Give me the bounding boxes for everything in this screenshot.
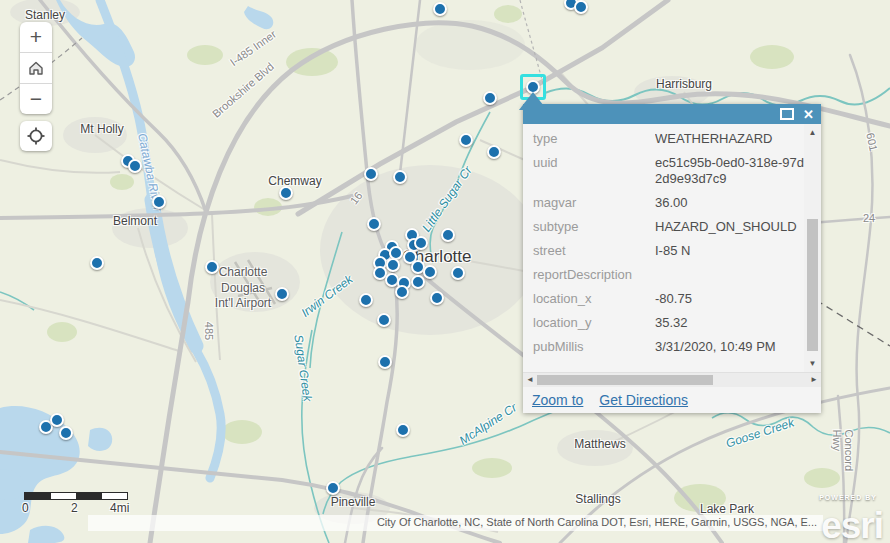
attribution-text: City Of Charlotte, NC, State of North Ca… — [88, 515, 823, 531]
hazard-marker[interactable] — [377, 313, 391, 327]
zoom-out-button[interactable]: − — [20, 84, 52, 114]
popup-body: typeWEATHERHAZARDuuidec51c95b-0ed0-318e-… — [523, 124, 821, 372]
hazard-marker[interactable] — [59, 426, 73, 440]
zoom-to-link[interactable]: Zoom to — [532, 392, 583, 408]
hazard-marker[interactable] — [378, 355, 392, 369]
field-value — [655, 267, 804, 283]
hazard-marker[interactable] — [275, 287, 289, 301]
field-label: subtype — [533, 219, 655, 235]
hazard-marker[interactable] — [574, 0, 588, 14]
field-value: 36.00 — [655, 195, 804, 211]
hazard-marker[interactable] — [423, 265, 437, 279]
zoom-control-group: + − — [20, 22, 52, 114]
scale-label-end: 4mi — [110, 501, 129, 515]
popup-field-row: typeWEATHERHAZARD — [523, 127, 804, 151]
field-value: 3/31/2020, 10:49 PM — [655, 339, 804, 355]
field-value: I-85 N — [655, 243, 804, 259]
popup-field-row: reportDescription — [523, 263, 804, 287]
hazard-marker[interactable] — [359, 293, 373, 307]
popup-header: ✕ — [523, 104, 821, 124]
horizontal-scroll-thumb[interactable] — [537, 375, 713, 385]
scroll-left-icon[interactable]: ◄ — [523, 373, 537, 387]
field-label: street — [533, 243, 655, 259]
hazard-marker[interactable] — [205, 260, 219, 274]
popup-field-row: magvar36.00 — [523, 191, 804, 215]
home-button[interactable] — [20, 53, 52, 84]
field-label: magvar — [533, 195, 655, 211]
hazard-marker[interactable] — [326, 481, 340, 495]
field-value: 35.32 — [655, 315, 804, 331]
hazard-marker[interactable] — [279, 186, 293, 200]
vertical-scroll-thumb[interactable] — [807, 219, 818, 351]
field-label: reportDescription — [533, 267, 655, 283]
scroll-right-icon[interactable]: ► — [807, 373, 821, 387]
hazard-marker[interactable] — [411, 275, 425, 289]
scale-bar: 0 2 4mi — [24, 492, 128, 514]
scale-label-mid: 2 — [71, 501, 78, 515]
get-directions-link[interactable]: Get Directions — [599, 392, 688, 408]
maximize-icon[interactable] — [780, 108, 794, 120]
hazard-marker[interactable] — [487, 145, 501, 159]
hazard-marker[interactable] — [430, 291, 444, 305]
hazard-marker[interactable] — [396, 423, 410, 437]
field-label: type — [533, 131, 655, 147]
field-label: location_x — [533, 291, 655, 307]
locate-icon — [27, 127, 45, 145]
popup-field-row: location_x-80.75 — [523, 287, 804, 311]
hazard-marker[interactable] — [441, 228, 455, 242]
field-value: WEATHERHAZARD — [655, 131, 804, 147]
popup-horizontal-scrollbar[interactable]: ◄ ► — [523, 372, 821, 387]
popup-field-row: subtypeHAZARD_ON_SHOULD — [523, 215, 804, 239]
field-value: HAZARD_ON_SHOULD — [655, 219, 804, 235]
hazard-marker[interactable] — [50, 413, 64, 427]
hazard-marker[interactable] — [451, 266, 465, 280]
popup-pointer — [519, 92, 547, 110]
feature-popup: ✕ typeWEATHERHAZARDuuidec51c95b-0ed0-318… — [523, 104, 821, 413]
powered-by-label: POWERED BY — [819, 494, 877, 501]
scroll-up-icon[interactable]: ▲ — [804, 128, 821, 137]
field-label: pubMillis — [533, 339, 655, 355]
popup-field-table: typeWEATHERHAZARDuuidec51c95b-0ed0-318e-… — [523, 127, 804, 359]
hazard-marker[interactable] — [414, 236, 428, 250]
hazard-marker[interactable] — [395, 285, 409, 299]
hazard-marker[interactable] — [483, 91, 497, 105]
hazard-marker[interactable] — [364, 167, 378, 181]
map-canvas[interactable]: StanleyMt HollyBelmontChemwayHarrisburgM… — [0, 0, 890, 543]
zoom-in-button[interactable]: + — [20, 22, 52, 53]
hazard-marker[interactable] — [433, 2, 447, 16]
home-icon — [27, 60, 45, 76]
field-label: location_y — [533, 315, 655, 331]
popup-field-row: pubMillis3/31/2020, 10:49 PM — [523, 335, 804, 359]
popup-actions: Zoom toGet Directions — [523, 387, 821, 413]
esri-logo: esri — [821, 505, 883, 543]
scroll-down-icon[interactable]: ▼ — [804, 359, 821, 368]
close-icon[interactable]: ✕ — [803, 108, 814, 121]
scale-bar-segments — [24, 492, 128, 500]
hazard-marker[interactable] — [90, 256, 104, 270]
field-label: uuid — [533, 155, 655, 187]
popup-vertical-scrollbar[interactable]: ▲ ▼ — [804, 124, 821, 372]
hazard-marker[interactable] — [152, 195, 166, 209]
popup-field-row: uuidec51c95b-0ed0-318e-97d2d9e93d7c9 — [523, 151, 804, 191]
hazard-marker[interactable] — [128, 159, 142, 173]
field-value: -80.75 — [655, 291, 804, 307]
locate-button[interactable] — [20, 121, 52, 151]
hazard-marker[interactable] — [367, 217, 381, 231]
hazard-marker[interactable] — [459, 133, 473, 147]
popup-field-row: streetI-85 N — [523, 239, 804, 263]
hazard-marker[interactable] — [393, 170, 407, 184]
popup-field-row: location_y35.32 — [523, 311, 804, 335]
scale-label-start: 0 — [22, 501, 29, 515]
hazard-marker[interactable] — [386, 258, 400, 272]
field-value: ec51c95b-0ed0-318e-97d2d9e93d7c9 — [655, 155, 804, 187]
